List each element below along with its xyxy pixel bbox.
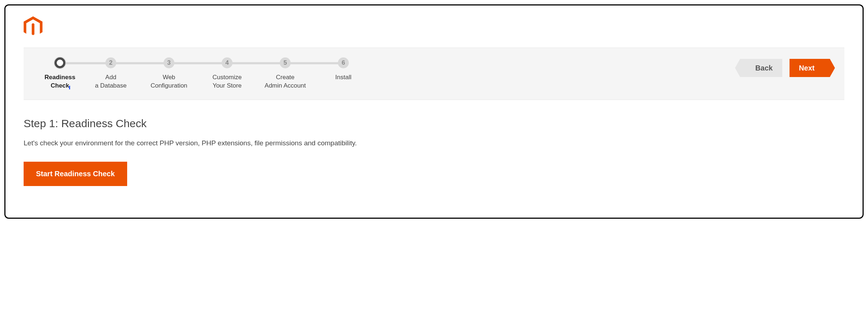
steps: 1 Readiness Check 2 Add a Database 3 Web… — [38, 57, 372, 90]
installer-frame: 1 Readiness Check 2 Add a Database 3 Web… — [4, 4, 864, 219]
magento-logo — [24, 16, 844, 37]
step-connector — [111, 62, 169, 64]
step-readiness-check[interactable]: 1 Readiness Check — [38, 57, 82, 90]
nav-buttons: Back Next — [740, 59, 830, 77]
step-label: Add a Database — [95, 73, 127, 90]
step-connector — [169, 62, 227, 64]
cursor-tick-icon — [69, 84, 72, 91]
step-install[interactable]: 6 Install — [314, 57, 372, 82]
step-circle: 3 — [163, 57, 174, 68]
start-readiness-check-button[interactable]: Start Readiness Check — [24, 162, 127, 186]
page-title: Step 1: Readiness Check — [24, 117, 844, 130]
step-circle: 6 — [338, 57, 349, 68]
step-circle: 5 — [280, 57, 291, 68]
back-button[interactable]: Back — [740, 59, 782, 77]
magento-logo-icon — [24, 16, 43, 37]
svg-rect-0 — [69, 86, 70, 89]
step-label: Install — [335, 73, 351, 82]
step-label: Create Admin Account — [265, 73, 306, 90]
step-circle: 2 — [105, 57, 116, 68]
step-circle: 4 — [222, 57, 233, 68]
page-description: Let's check your environment for the cor… — [24, 139, 844, 147]
step-connector — [227, 62, 285, 64]
next-button[interactable]: Next — [790, 59, 830, 77]
step-label: Customize Your Store — [213, 73, 242, 90]
step-label: Web Configuration — [150, 73, 187, 90]
step-circle-active: 1 — [54, 57, 65, 68]
step-connector — [285, 62, 343, 64]
stepper-bar: 1 Readiness Check 2 Add a Database 3 Web… — [24, 48, 844, 100]
